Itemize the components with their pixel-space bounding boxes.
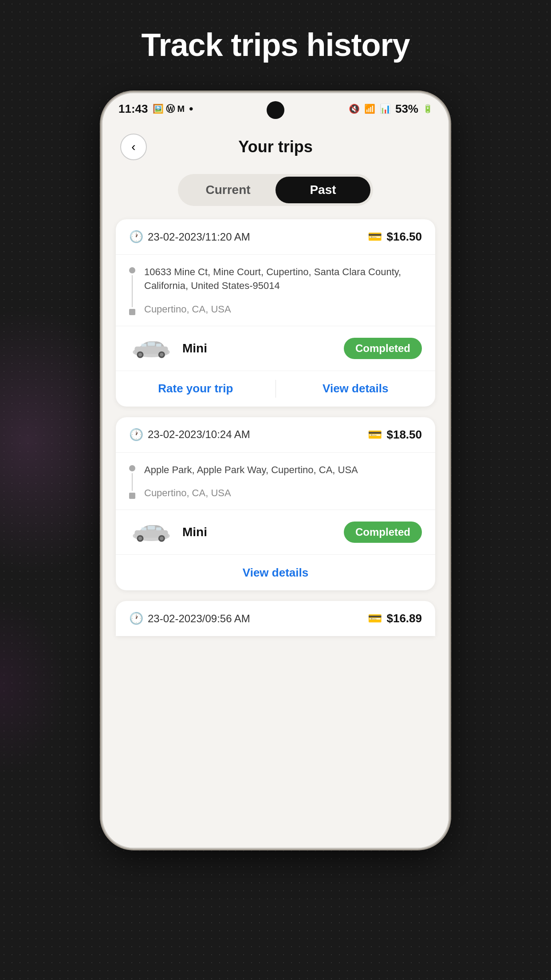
status-icons: 🖼️ Ⓦ M bbox=[153, 103, 185, 115]
trip-2-actions: View details bbox=[116, 555, 435, 590]
svg-point-3 bbox=[138, 353, 142, 356]
page-title: Track trips history bbox=[0, 27, 551, 63]
rate-trip-button[interactable]: Rate your trip bbox=[116, 371, 276, 407]
mute-icon: 🔇 bbox=[349, 103, 360, 114]
wifi-icon: 📶 bbox=[364, 103, 375, 114]
trip-1-route: 10633 Mine Ct, Mine Court, Cupertino, Sa… bbox=[116, 255, 435, 326]
svg-rect-8 bbox=[156, 344, 161, 347]
trip-2-car-section: Mini Completed bbox=[116, 510, 435, 555]
origin-dot-2 bbox=[129, 465, 135, 471]
trip-1-actions: Rate your trip View details bbox=[116, 371, 435, 407]
svg-rect-6 bbox=[148, 342, 155, 345]
trip-3-header: 🕐 23-02-2023/09:56 AM 💳 $16.89 bbox=[129, 612, 422, 625]
svg-point-5 bbox=[160, 353, 163, 356]
trip-3-date-text: 23-02-2023/09:56 AM bbox=[148, 612, 250, 625]
trip-card-2: 🕐 23-02-2023/10:24 AM 💳 $18.50 Apple Par… bbox=[116, 417, 435, 591]
route-addresses-1: 10633 Mine Ct, Mine Court, Cupertino, Sa… bbox=[144, 265, 422, 315]
trip-2-to: Cupertino, CA, USA bbox=[144, 487, 422, 499]
trip-2-price-container: 💳 $18.50 bbox=[368, 428, 422, 442]
phone-frame: 11:43 🖼️ Ⓦ M • 🔇 📶 📊 53% 🔋 ‹ Your trips … bbox=[102, 93, 449, 848]
svg-rect-16 bbox=[142, 528, 147, 531]
trip-2-status-badge: Completed bbox=[344, 522, 422, 543]
app-content: ‹ Your trips Current Past 🕐 23-02-2023/1… bbox=[102, 124, 449, 848]
trip-card-3-partial: 🕐 23-02-2023/09:56 AM 💳 $16.89 bbox=[116, 601, 435, 636]
trip-1-price-container: 💳 $16.50 bbox=[368, 230, 422, 244]
app-header: ‹ Your trips bbox=[102, 124, 449, 165]
tab-switcher: Current Past bbox=[178, 174, 373, 206]
trip-1-car-section: Mini Completed bbox=[116, 326, 435, 371]
screen-title: Your trips bbox=[238, 138, 312, 156]
route-line-1 bbox=[129, 265, 135, 315]
trip-2-price: $18.50 bbox=[386, 428, 422, 442]
card-icon-1: 💳 bbox=[368, 230, 382, 244]
trip-3-price-container: 💳 $16.89 bbox=[368, 612, 422, 625]
view-details-button-1[interactable]: View details bbox=[276, 371, 436, 407]
trip-1-date: 🕐 23-02-2023/11:20 AM bbox=[129, 230, 250, 244]
route-connector-2 bbox=[132, 473, 133, 491]
clock-icon-1: 🕐 bbox=[129, 230, 143, 244]
trip-1-header: 🕐 23-02-2023/11:20 AM 💳 $16.50 bbox=[116, 219, 435, 255]
trip-1-car-info: Mini bbox=[129, 335, 207, 362]
trip-2-date: 🕐 23-02-2023/10:24 AM bbox=[129, 428, 250, 442]
trip-3-date: 🕐 23-02-2023/09:56 AM bbox=[129, 612, 250, 625]
origin-dot-1 bbox=[129, 267, 135, 273]
back-chevron-icon: ‹ bbox=[131, 140, 135, 154]
card-icon-2: 💳 bbox=[368, 428, 382, 442]
trip-2-car-name: Mini bbox=[182, 525, 207, 539]
svg-rect-7 bbox=[142, 344, 147, 347]
status-right: 🔇 📶 📊 53% 🔋 bbox=[349, 102, 433, 116]
view-details-button-2[interactable]: View details bbox=[116, 555, 435, 590]
trip-2-route: Apple Park, Apple Park Way, Cupertino, C… bbox=[116, 453, 435, 510]
route-line-2 bbox=[129, 463, 135, 499]
route-connector-1 bbox=[132, 275, 133, 307]
car-image-1 bbox=[129, 335, 173, 362]
trip-1-car-name: Mini bbox=[182, 341, 207, 356]
svg-point-14 bbox=[160, 537, 163, 540]
camera-notch bbox=[267, 101, 284, 119]
svg-point-12 bbox=[138, 537, 142, 540]
trip-1-from: 10633 Mine Ct, Mine Court, Cupertino, Sa… bbox=[144, 265, 422, 293]
trip-1-date-text: 23-02-2023/11:20 AM bbox=[148, 231, 250, 243]
trip-3-price: $16.89 bbox=[386, 612, 422, 625]
status-left: 11:43 🖼️ Ⓦ M • bbox=[118, 102, 193, 116]
trip-2-header: 🕐 23-02-2023/10:24 AM 💳 $18.50 bbox=[116, 417, 435, 453]
svg-rect-15 bbox=[148, 526, 155, 530]
clock-icon-3: 🕐 bbox=[129, 612, 143, 625]
status-dot: • bbox=[189, 102, 193, 116]
card-icon-3: 💳 bbox=[368, 612, 382, 625]
trip-2-date-text: 23-02-2023/10:24 AM bbox=[148, 428, 250, 441]
tab-past[interactable]: Past bbox=[276, 177, 370, 203]
battery-icon: 🔋 bbox=[423, 104, 433, 114]
trip-1-to: Cupertino, CA, USA bbox=[144, 304, 422, 315]
trip-1-price: $16.50 bbox=[386, 230, 422, 244]
trip-2-car-info: Mini bbox=[129, 519, 207, 545]
route-addresses-2: Apple Park, Apple Park Way, Cupertino, C… bbox=[144, 463, 422, 499]
clock-icon-2: 🕐 bbox=[129, 428, 143, 442]
car-image-2 bbox=[129, 519, 173, 545]
signal-icon: 📊 bbox=[380, 103, 391, 114]
trip-card-1: 🕐 23-02-2023/11:20 AM 💳 $16.50 10633 Min… bbox=[116, 219, 435, 407]
tab-current[interactable]: Current bbox=[181, 177, 276, 203]
trip-2-from: Apple Park, Apple Park Way, Cupertino, C… bbox=[144, 463, 422, 477]
dest-dot-1 bbox=[129, 309, 135, 315]
status-time: 11:43 bbox=[118, 102, 148, 116]
dest-dot-2 bbox=[129, 493, 135, 499]
trip-1-status-badge: Completed bbox=[344, 338, 422, 359]
battery-display: 53% bbox=[395, 102, 418, 116]
svg-rect-17 bbox=[156, 528, 161, 531]
back-button[interactable]: ‹ bbox=[120, 134, 147, 160]
